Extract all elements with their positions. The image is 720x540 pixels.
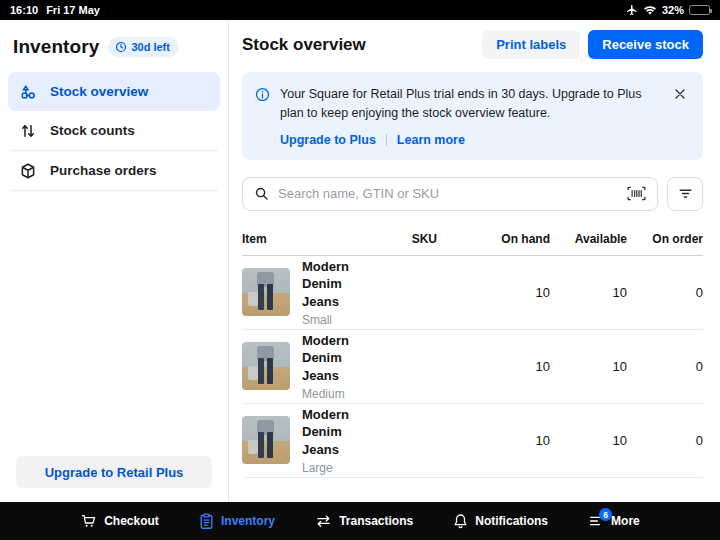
nav-label: More xyxy=(611,514,640,528)
table-row[interactable]: Modern Denim Jeans Medium 10 10 0 xyxy=(242,330,703,404)
upgrade-retail-plus-button[interactable]: Upgrade to Retail Plus xyxy=(16,456,212,488)
bell-icon xyxy=(453,513,468,529)
item-variation: Large xyxy=(302,461,367,475)
upgrade-to-plus-link[interactable]: Upgrade to Plus xyxy=(280,133,376,147)
column-item: Item xyxy=(242,232,367,246)
nav-label: Transactions xyxy=(339,514,413,528)
sidebar: Inventory 30d left Stock overview Stock … xyxy=(0,20,229,502)
cell-available: 10 xyxy=(550,359,627,374)
nav-label: Checkout xyxy=(104,514,159,528)
trial-banner: Your Square for Retail Plus trial ends i… xyxy=(242,72,703,160)
item-photo xyxy=(242,268,290,316)
battery-icon xyxy=(689,5,710,15)
filter-icon xyxy=(678,187,693,200)
status-date: Fri 17 May xyxy=(46,4,100,16)
trial-countdown-badge: 30d left xyxy=(108,37,179,57)
nav-label: Notifications xyxy=(475,514,548,528)
nav-item-checkout[interactable]: Checkout xyxy=(80,513,159,529)
nav-item-inventory[interactable]: Inventory xyxy=(199,513,275,530)
cell-on-order: 0 xyxy=(627,433,703,448)
banner-close-button[interactable] xyxy=(671,85,689,103)
search-field[interactable] xyxy=(242,177,658,211)
learn-more-link[interactable]: Learn more xyxy=(397,133,465,147)
sidebar-item-label: Stock counts xyxy=(50,123,135,138)
bottom-nav: Checkout Inventory Transactions Notifica… xyxy=(0,502,720,540)
stock-counts-icon xyxy=(18,122,38,140)
stock-overview-icon xyxy=(18,83,38,101)
main-content: Stock overview Print labels Receive stoc… xyxy=(229,20,720,502)
cell-on-order: 0 xyxy=(627,359,703,374)
cell-on-hand: 10 xyxy=(437,433,550,448)
column-on-hand: On hand xyxy=(437,232,550,246)
sidebar-item-label: Purchase orders xyxy=(50,163,157,178)
cell-on-hand: 10 xyxy=(437,285,550,300)
nav-item-notifications[interactable]: Notifications xyxy=(453,513,548,529)
sidebar-item-label: Stock overview xyxy=(50,84,148,99)
close-icon xyxy=(673,87,687,101)
sidebar-item-stock-overview[interactable]: Stock overview xyxy=(8,72,220,111)
purchase-orders-icon xyxy=(18,162,38,180)
nav-label: Inventory xyxy=(221,514,275,528)
item-photo xyxy=(242,416,290,464)
item-variation: Medium xyxy=(302,387,367,401)
transfer-arrows-icon xyxy=(315,514,332,528)
stock-table: Item SKU On hand Available On order Mode… xyxy=(242,232,703,478)
column-on-order: On order xyxy=(627,232,703,246)
print-labels-button[interactable]: Print labels xyxy=(482,30,580,59)
cell-available: 10 xyxy=(550,285,627,300)
column-sku: SKU xyxy=(367,232,437,246)
battery-percent: 32% xyxy=(662,4,684,16)
clock-icon xyxy=(115,41,127,53)
airplane-mode-icon xyxy=(626,4,638,16)
table-row[interactable]: Modern Denim Jeans Large 10 10 0 xyxy=(242,404,703,478)
sidebar-item-purchase-orders[interactable]: Purchase orders xyxy=(8,151,220,190)
table-header: Item SKU On hand Available On order xyxy=(242,232,703,256)
item-name: Modern Denim Jeans xyxy=(302,258,367,311)
banner-message: Your Square for Retail Plus trial ends i… xyxy=(280,85,661,124)
receive-stock-button[interactable]: Receive stock xyxy=(588,30,703,59)
barcode-scan-icon[interactable] xyxy=(627,186,646,201)
cell-available: 10 xyxy=(550,433,627,448)
table-row[interactable]: Modern Denim Jeans Small 10 10 0 xyxy=(242,256,703,330)
cart-icon xyxy=(80,513,97,529)
filter-button[interactable] xyxy=(667,177,703,211)
search-icon xyxy=(254,186,269,201)
link-separator xyxy=(386,134,387,146)
sidebar-title: Inventory xyxy=(13,36,99,58)
wifi-icon xyxy=(643,5,657,16)
status-bar: 16:10 Fri 17 May 32% xyxy=(0,0,720,20)
clipboard-icon xyxy=(199,513,214,530)
info-icon xyxy=(255,85,270,147)
status-time: 16:10 xyxy=(10,4,38,16)
item-name: Modern Denim Jeans xyxy=(302,406,367,459)
item-photo xyxy=(242,342,290,390)
nav-item-more[interactable]: 6 More xyxy=(588,514,640,528)
search-input[interactable] xyxy=(278,186,618,201)
cell-on-order: 0 xyxy=(627,285,703,300)
item-variation: Small xyxy=(302,313,367,327)
item-name: Modern Denim Jeans xyxy=(302,332,367,385)
page-title: Stock overview xyxy=(242,35,482,55)
nav-item-transactions[interactable]: Transactions xyxy=(315,514,413,528)
column-available: Available xyxy=(550,232,627,246)
sidebar-item-stock-counts[interactable]: Stock counts xyxy=(8,111,220,150)
cell-on-hand: 10 xyxy=(437,359,550,374)
